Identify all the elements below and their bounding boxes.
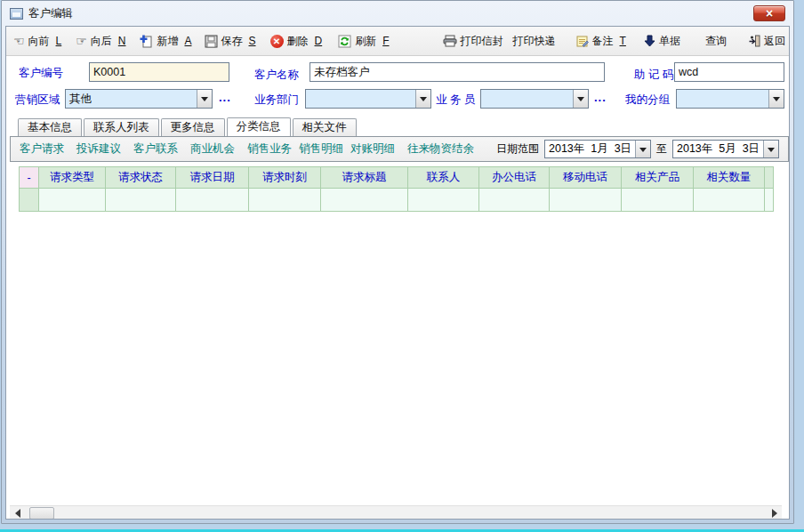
customer-no-label: 客户编号 xyxy=(19,66,63,81)
note-button[interactable]: 备注T xyxy=(575,34,626,49)
region-label: 营销区域 xyxy=(15,93,60,108)
delete-icon: ✕ xyxy=(270,35,284,48)
requests-table: - 请求类型 请求状态 请求日期 请求时刻 请求标题 联系人 办公电话 移动电话… xyxy=(19,166,774,212)
date-range-group: 日期范围 2013年 1月 3日 至 2013年 5月 3日 xyxy=(496,140,779,158)
region-combo[interactable]: 其他 xyxy=(65,89,213,109)
date-to-picker[interactable]: 2013年 5月 3日 xyxy=(672,140,779,158)
tab-classified-info[interactable]: 分类信息 xyxy=(227,117,291,136)
row-selector-cell[interactable] xyxy=(20,189,39,212)
subnav-business-opportunity[interactable]: 商业机会 xyxy=(190,141,235,157)
mnemonic-input[interactable] xyxy=(674,62,784,82)
subnav-customer-contact[interactable]: 客户联系 xyxy=(133,141,178,157)
column-header-mobile-phone[interactable]: 移动电话 xyxy=(550,167,622,189)
h-scrollbar[interactable] xyxy=(10,505,782,520)
query-button[interactable]: 查询 xyxy=(705,34,730,49)
save-button[interactable]: 保存S xyxy=(205,34,256,49)
print-express-button[interactable]: 打印快递 xyxy=(513,34,559,49)
close-icon: × xyxy=(766,7,773,20)
salesman-more-button[interactable]: ... xyxy=(594,91,607,104)
refresh-icon xyxy=(338,35,351,48)
window-icon xyxy=(10,8,23,20)
group-label: 我的分组 xyxy=(625,93,670,108)
desktop-background: 客户编辑 × ☜ 向前L ☞ 向后N 新增A xyxy=(0,0,804,532)
print-envelope-button[interactable]: 打印信封 xyxy=(443,34,507,49)
subnav-customer-request[interactable]: 客户请求 xyxy=(20,141,64,157)
table-cell[interactable] xyxy=(479,189,550,212)
column-header-contact[interactable]: 联系人 xyxy=(408,167,479,189)
close-button[interactable]: × xyxy=(753,5,785,21)
department-combo[interactable] xyxy=(305,89,431,109)
backward-button[interactable]: ☞ 向后N xyxy=(76,34,125,49)
window-body: ☜ 向前L ☞ 向后N 新增A 保存S ✕ 删除D xyxy=(5,26,790,520)
table-cell[interactable] xyxy=(39,189,106,212)
table-cell[interactable] xyxy=(622,189,694,212)
dropdown-arrow-icon[interactable] xyxy=(763,141,778,157)
column-header-request-status[interactable]: 请求状态 xyxy=(106,167,176,189)
hand-right-icon: ☞ xyxy=(76,35,87,47)
table-cell[interactable] xyxy=(408,189,479,212)
table-cell[interactable] xyxy=(106,189,176,212)
customer-no-input[interactable] xyxy=(89,62,229,82)
subnav-material-balance[interactable]: 往来物资结余 xyxy=(407,141,474,157)
dropdown-arrow-icon[interactable] xyxy=(635,141,650,157)
tab-basic-info[interactable]: 基本信息 xyxy=(18,118,82,136)
table-row xyxy=(20,189,774,212)
column-header-spare xyxy=(765,167,774,189)
table-cell[interactable] xyxy=(694,189,765,212)
subnav-reconciliation-detail[interactable]: 对账明细 xyxy=(350,141,395,157)
dropdown-arrow-icon[interactable] xyxy=(197,90,212,108)
column-header-office-phone[interactable]: 办公电话 xyxy=(479,167,550,189)
group-combo[interactable] xyxy=(676,89,784,109)
salesman-combo[interactable] xyxy=(480,89,589,109)
documents-button[interactable]: 单据 xyxy=(644,34,684,49)
date-from-picker[interactable]: 2013年 1月 3日 xyxy=(544,140,651,158)
toolbar: ☜ 向前L ☞ 向后N 新增A 保存S ✕ 删除D xyxy=(6,27,789,56)
column-header-request-type[interactable]: 请求类型 xyxy=(39,167,106,189)
scroll-right-button[interactable] xyxy=(768,506,782,520)
left-arrow-icon xyxy=(11,509,20,518)
subnav-sales-detail[interactable]: 销售明细 xyxy=(299,141,343,157)
dropdown-arrow-icon[interactable] xyxy=(415,90,430,108)
exit-icon xyxy=(748,35,760,47)
table-header-row: - 请求类型 请求状态 请求日期 请求时刻 请求标题 联系人 办公电话 移动电话… xyxy=(20,167,774,189)
refresh-button[interactable]: 刷新F xyxy=(338,34,389,49)
subnav-bar: 客户请求 投诉建议 客户联系 商业机会 销售业务 销售明细 对账明细 往来物资结… xyxy=(10,136,789,162)
subnav-complaints[interactable]: 投诉建议 xyxy=(76,141,121,157)
tab-contact-list[interactable]: 联系人列表 xyxy=(84,118,159,136)
region-more-button[interactable]: ... xyxy=(219,91,231,104)
new-icon xyxy=(140,35,153,48)
down-arrow-icon xyxy=(644,35,655,47)
column-header-related-qty[interactable]: 相关数量 xyxy=(694,167,765,189)
scrollbar-thumb[interactable] xyxy=(29,507,54,520)
title-bar[interactable]: 客户编辑 × xyxy=(2,1,793,26)
date-to-label: 至 xyxy=(656,141,667,157)
window-title: 客户编辑 xyxy=(28,6,73,21)
hand-left-icon: ☜ xyxy=(13,35,25,47)
note-icon xyxy=(575,35,589,48)
table-cell[interactable] xyxy=(249,189,321,212)
tab-more-info[interactable]: 更多信息 xyxy=(161,118,225,136)
customer-name-input[interactable] xyxy=(310,62,605,82)
delete-button[interactable]: ✕ 删除D xyxy=(270,34,323,49)
column-header-request-time[interactable]: 请求时刻 xyxy=(249,167,321,189)
dropdown-arrow-icon[interactable] xyxy=(768,90,784,108)
department-label: 业务部门 xyxy=(254,93,299,108)
table-cell[interactable] xyxy=(321,189,408,212)
save-icon xyxy=(205,35,218,48)
column-header-request-title[interactable]: 请求标题 xyxy=(321,167,408,189)
new-button[interactable]: 新增A xyxy=(140,34,191,49)
table-cell[interactable] xyxy=(550,189,622,212)
table-cell-spare xyxy=(765,189,774,212)
column-header-related-product[interactable]: 相关产品 xyxy=(622,167,694,189)
scroll-left-button[interactable] xyxy=(10,506,24,520)
dropdown-arrow-icon[interactable] xyxy=(573,90,588,108)
column-header-request-date[interactable]: 请求日期 xyxy=(176,167,249,189)
table-cell[interactable] xyxy=(176,189,249,212)
column-header-selector[interactable]: - xyxy=(20,167,39,189)
tab-strip: 基本信息 联系人列表 更多信息 分类信息 相关文件 xyxy=(10,117,782,136)
forward-button[interactable]: ☜ 向前L xyxy=(13,34,61,49)
subnav-sales-business[interactable]: 销售业务 xyxy=(247,141,292,157)
tab-related-files[interactable]: 相关文件 xyxy=(293,118,357,136)
return-button[interactable]: 返回R xyxy=(748,34,790,49)
form-panel: 客户编号 客户名称 助 记 码 营销区域 其他 ... 业务部门 业 务 xyxy=(6,57,789,116)
